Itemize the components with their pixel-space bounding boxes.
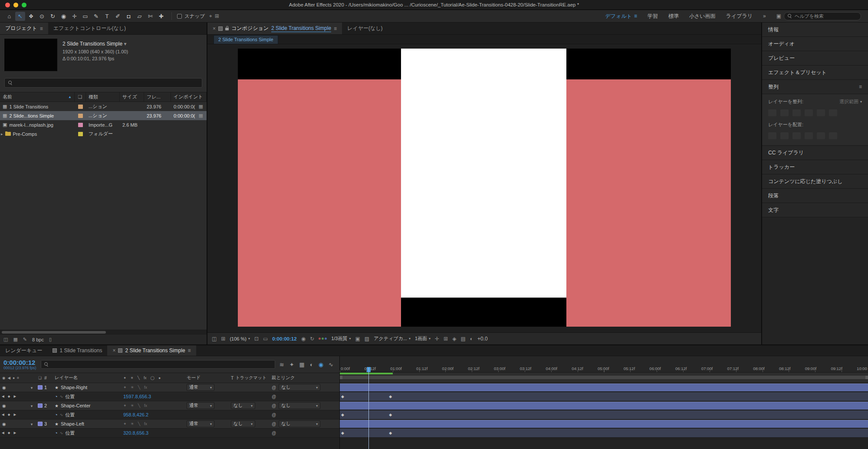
draft-3d-icon[interactable]: ✦ xyxy=(289,361,294,368)
keyframe-icon[interactable]: ◆ xyxy=(341,413,344,417)
selection-tool-icon[interactable]: ↖ xyxy=(15,12,25,21)
workspace-overflow-icon[interactable]: » xyxy=(763,13,766,19)
blend-mode-select[interactable]: 通常▾ xyxy=(187,384,214,391)
keyframe-icon[interactable]: ◆ xyxy=(389,394,392,399)
share-icon[interactable]: ▣ xyxy=(776,13,781,19)
interpret-footage-icon[interactable]: ◫ xyxy=(3,337,8,342)
layer-visibility-toggle[interactable]: ◉ xyxy=(2,403,6,408)
mode-column-header[interactable]: モード xyxy=(185,375,230,381)
property-row-position[interactable]: ◀ ◆ ▶ ◔ ∿ 位置 320.8,656.3 @ xyxy=(0,429,339,438)
next-keyframe-button[interactable]: ▶ xyxy=(14,395,16,398)
snapshot-icon[interactable]: ◉ xyxy=(301,336,306,341)
panel-character[interactable]: 文字 xyxy=(762,203,868,217)
layer-duration-bar[interactable] xyxy=(340,383,868,391)
work-area-range[interactable] xyxy=(340,376,868,379)
resolution-select[interactable]: 1/3画質 ▾ xyxy=(331,335,351,342)
main-viewer-icon[interactable]: ⊞ xyxy=(221,336,225,341)
new-composition-icon[interactable]: ✎ xyxy=(23,337,27,342)
home-tool-icon[interactable]: ⌂ xyxy=(4,12,14,21)
stopwatch-icon[interactable]: ◔ xyxy=(55,430,58,436)
help-search-input[interactable] xyxy=(795,13,857,19)
panel-tracker[interactable]: トラッカー xyxy=(762,160,868,174)
fx-switch[interactable]: fx xyxy=(144,385,147,390)
collapse-switch[interactable]: ☀ xyxy=(131,403,134,408)
orbit-tool-icon[interactable]: ↻ xyxy=(48,12,58,21)
type-tool-icon[interactable]: T xyxy=(102,12,112,21)
timeline-search-input[interactable] xyxy=(51,362,272,367)
region-of-interest-icon[interactable]: ▣ xyxy=(355,336,360,341)
clone-stamp-tool-icon[interactable]: ◘ xyxy=(124,12,134,21)
trkmat-column-header[interactable]: トラックマット xyxy=(235,375,266,381)
track-matte-select[interactable]: なし▾ xyxy=(231,402,255,409)
align-bottom-button[interactable] xyxy=(829,109,837,116)
pixel-aspect-icon[interactable]: ✛ xyxy=(435,336,439,341)
distribute-h-center-button[interactable] xyxy=(817,132,825,139)
layer-name[interactable]: Shape-Right xyxy=(61,385,87,390)
align-top-button[interactable] xyxy=(805,109,813,116)
project-row-comp2-selected[interactable]: ▦2 Slide...tions Simple ...ション 23.976 0:… xyxy=(0,111,207,120)
layer-name[interactable]: Shape-Center xyxy=(61,403,91,408)
project-row-folder[interactable]: ▸ Pre-Comps フォルダー xyxy=(0,129,207,138)
prev-keyframe-button[interactable]: ◀ xyxy=(2,431,4,435)
blend-mode-select[interactable]: 通常▾ xyxy=(187,420,214,427)
layer-visibility-toggle[interactable]: ◉ xyxy=(2,385,6,390)
folder-twirl-icon[interactable]: ▸ xyxy=(1,132,3,136)
property-name[interactable]: 位置 xyxy=(65,412,75,418)
work-area-bar[interactable] xyxy=(340,373,868,383)
tab-render-queue[interactable]: レンダーキュー xyxy=(0,345,47,356)
distribute-left-button[interactable] xyxy=(805,132,813,139)
property-track[interactable]: ◆ ◆ xyxy=(340,392,868,401)
keyframe-icon[interactable]: ◆ xyxy=(341,394,344,399)
camera-tool-icon[interactable]: ◉ xyxy=(59,12,69,21)
column-size[interactable]: サイズ xyxy=(120,92,144,102)
timeline-button-icon[interactable]: ◈ xyxy=(452,336,456,341)
add-keyframe-button[interactable]: ◆ xyxy=(8,395,10,398)
panel-content-aware-fill[interactable]: コンテンツに応じた塗りつぶし xyxy=(762,174,868,189)
pickwhip-icon[interactable]: @ xyxy=(272,422,276,426)
shy-switch[interactable]: ✦ xyxy=(123,422,127,426)
composition-viewport[interactable] xyxy=(207,44,761,332)
lock-icon[interactable] xyxy=(225,28,229,30)
shape-center-rect[interactable] xyxy=(401,49,566,298)
horizontal-scrollbar[interactable] xyxy=(0,330,207,334)
fast-previews-icon[interactable]: ⊞ xyxy=(444,336,448,341)
layer-visibility-toggle[interactable]: ◉ xyxy=(2,422,6,426)
pickwhip-icon[interactable]: @ xyxy=(272,431,276,436)
current-time-display[interactable]: 0:00:00:12 00012 (23.976 fps) xyxy=(3,359,36,370)
track-matte-select[interactable]: なし▾ xyxy=(231,420,255,427)
new-folder-icon[interactable]: ▦ xyxy=(13,337,17,342)
layer-duration-bar[interactable] xyxy=(340,420,868,428)
property-row-position[interactable]: ◀ ◆ ▶ ◔ ∿ 位置 958.8,426.2 @ xyxy=(0,410,339,420)
snap-checkbox[interactable] xyxy=(177,14,182,19)
panel-menu-icon[interactable]: ≡ xyxy=(40,26,43,32)
mask-visibility-icon[interactable]: ▭ xyxy=(263,336,268,341)
workspace-default[interactable]: デフォルト ≡ xyxy=(605,13,637,20)
shy-switch[interactable]: ✦ xyxy=(123,403,127,408)
label-color-chip[interactable] xyxy=(78,132,83,136)
panel-info[interactable]: 情報 xyxy=(762,23,868,37)
project-search-input[interactable] xyxy=(16,80,198,85)
playhead-line[interactable] xyxy=(368,367,369,449)
view-layout-select[interactable]: 1画面 ▾ xyxy=(415,335,431,342)
pickwhip-icon[interactable]: @ xyxy=(272,403,276,408)
parent-column-header[interactable]: 親とリンク xyxy=(270,375,339,381)
distribute-right-button[interactable] xyxy=(829,132,837,139)
quality-switch[interactable]: ╲ xyxy=(138,403,140,408)
position-value[interactable]: 1597.8,656.3 xyxy=(123,394,151,399)
label-color-chip[interactable] xyxy=(78,114,83,118)
hide-shy-icon[interactable]: ▦ xyxy=(299,361,305,368)
composition-subtab[interactable]: 2 Slide Transitions Simple xyxy=(214,35,278,44)
shape-right-rect[interactable] xyxy=(566,79,731,327)
workspace-libraries[interactable]: ライブラリ xyxy=(726,13,753,20)
pen-tool-icon[interactable]: ✎ xyxy=(91,12,101,21)
panel-align[interactable]: 整列 ≡ xyxy=(762,80,868,94)
grid-guides-icon[interactable]: ⊡ xyxy=(254,336,259,341)
pickwhip-icon[interactable]: @ xyxy=(272,385,276,390)
fx-switch[interactable]: fx xyxy=(144,422,147,426)
panel-menu-icon[interactable]: ≡ xyxy=(188,347,191,354)
frame-blend-icon[interactable]: ◐ xyxy=(310,361,313,368)
keyframe-icon[interactable]: ◆ xyxy=(341,431,344,435)
viewer-timecode[interactable]: 0:00:00:12 xyxy=(272,336,296,341)
workspace-standard[interactable]: 標準 xyxy=(668,13,679,20)
tab-comp1-timeline[interactable]: 1 Slide Transitions xyxy=(47,345,107,356)
